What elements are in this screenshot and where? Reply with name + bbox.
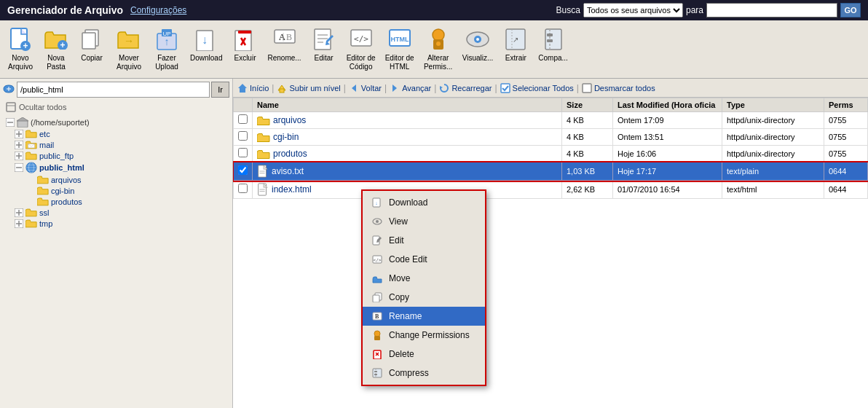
row-size: 4 KB: [562, 129, 613, 146]
tree-item-public-html[interactable]: public_html: [15, 161, 229, 174]
download-button[interactable]: ↓ Download: [186, 23, 226, 65]
tree-cgi-bin-label[interactable]: cgi-bin: [51, 187, 74, 195]
perms-ctx-icon: [371, 329, 383, 341]
novo-arquivo-button[interactable]: + NovoArquivo: [3, 23, 38, 74]
rename-icon: AB: [272, 26, 298, 52]
excluir-button[interactable]: Excluir: [227, 23, 262, 65]
tree-item-produtos[interactable]: produtos: [26, 196, 229, 207]
alterar-permis-button[interactable]: AlterarPermis...: [419, 23, 457, 74]
row-checkbox[interactable]: [238, 131, 248, 141]
code-edit-ctx-icon: </>: [371, 254, 383, 265]
fazer-upload-button[interactable]: ↑UP FazerUpload: [149, 23, 185, 74]
ctx-delete-item[interactable]: Delete: [363, 345, 485, 364]
tree-item-public-html-label[interactable]: public_html: [39, 163, 84, 172]
config-link[interactable]: Configurações: [130, 5, 186, 15]
row-checkbox[interactable]: [238, 114, 248, 124]
file-link[interactable]: produtos: [257, 149, 557, 160]
ctx-view-item[interactable]: View: [363, 212, 485, 231]
tree-item-ssl-label[interactable]: ssl: [39, 208, 49, 217]
ctx-code-edit-label: Code Edit: [389, 254, 427, 264]
ctx-compress-item[interactable]: Compress: [363, 364, 485, 382]
svg-text:→: →: [124, 35, 134, 47]
visualizar-button[interactable]: Visualiz...: [458, 23, 498, 65]
nav-sep1: |: [272, 83, 274, 93]
copiar-button[interactable]: Copiar: [74, 23, 109, 65]
hide-all-toggle[interactable]: Ocultar todos: [6, 102, 229, 112]
mover-arquivo-label: MoverArquivo: [117, 54, 141, 71]
tree-item-ssl[interactable]: ssl: [15, 207, 229, 218]
renomear-button[interactable]: AB Renome...: [263, 23, 305, 65]
col-check-header: [234, 98, 253, 112]
file-tree: (/home/suportet) etc mail: [3, 117, 229, 229]
subir-label: Subir um nível: [289, 84, 340, 93]
row-type: httpd/unix-directory: [722, 129, 824, 146]
svg-marker-75: [238, 84, 247, 93]
search-input[interactable]: [706, 3, 837, 17]
ctx-code-edit-item[interactable]: </> Code Edit: [363, 250, 485, 269]
tree-item-tmp-label[interactable]: tmp: [39, 219, 52, 228]
desmarcar-todos-button[interactable]: Desmarcar todos: [582, 83, 655, 93]
tree-item-mail-label[interactable]: mail: [39, 141, 54, 149]
tree-item-etc-label[interactable]: etc: [39, 130, 50, 138]
col-perms-header[interactable]: Perms: [824, 98, 868, 112]
tree-item-mail[interactable]: mail: [15, 139, 229, 150]
voltar-button[interactable]: Voltar: [349, 83, 382, 93]
ctx-move-item[interactable]: Move: [363, 269, 485, 288]
extrair-button[interactable]: ↗ Extrair: [498, 23, 533, 65]
tree-root-label: (/home/suportet): [31, 118, 90, 127]
selecionar-todos-button[interactable]: Selecionar Todos: [500, 83, 574, 93]
excluir-label: Excluir: [234, 54, 256, 62]
search-para-label: para: [686, 5, 703, 15]
search-go-button[interactable]: GO: [840, 3, 861, 17]
ctx-change-perms-item[interactable]: Change Permissions: [363, 326, 485, 345]
tree-root-item[interactable]: (/home/suportet): [6, 117, 229, 128]
tree-plus-icon: [15, 152, 23, 160]
col-modified-header[interactable]: Last Modified (Hora oficia: [613, 98, 722, 112]
tree-plus-icon: [15, 130, 23, 138]
file-link[interactable]: arquivos: [257, 115, 557, 126]
subir-button[interactable]: Subir um nível: [277, 83, 340, 93]
nova-pasta-button[interactable]: + NovaPasta: [39, 23, 74, 74]
search-scope-select[interactable]: Todos os seus arquivos: [583, 3, 683, 17]
tree-item-public-ftp[interactable]: public_ftp: [15, 150, 229, 161]
tree-item-arquivos[interactable]: arquivos: [26, 174, 229, 185]
row-checkbox[interactable]: [238, 165, 248, 175]
ctx-edit-item[interactable]: Edit: [363, 231, 485, 250]
ctx-rename-item[interactable]: B Rename: [363, 307, 485, 326]
path-go-button[interactable]: Ir: [211, 82, 229, 98]
tree-item-cgi-bin[interactable]: cgi-bin: [26, 185, 229, 196]
ctx-edit-label: Edit: [389, 235, 404, 246]
row-modified: Ontem 13:51: [613, 129, 722, 146]
editor-html-button[interactable]: HTML Editor deHTML: [381, 23, 419, 74]
compactar-button[interactable]: Compa...: [534, 23, 572, 65]
editar-button[interactable]: Editar: [307, 23, 342, 65]
delete-ctx-icon: [371, 348, 383, 360]
recarregar-button[interactable]: Recarregar: [439, 83, 492, 93]
tree-item-tmp[interactable]: tmp: [15, 218, 229, 229]
row-checkbox[interactable]: [238, 148, 248, 157]
col-type-header[interactable]: Type: [722, 98, 824, 112]
toolbar: + NovoArquivo + NovaPasta Copiar → Mover…: [0, 20, 868, 79]
tree-plus-icon: [15, 141, 23, 149]
col-name-header[interactable]: Name: [253, 98, 562, 112]
col-size-header[interactable]: Size: [562, 98, 613, 112]
row-checkbox[interactable]: [238, 184, 248, 193]
tree-item-public-ftp-label[interactable]: public_ftp: [39, 152, 74, 160]
file-link[interactable]: cgi-bin: [257, 132, 557, 143]
tree-arquivos-label[interactable]: arquivos: [51, 176, 82, 184]
avancar-button[interactable]: Avançar: [390, 83, 431, 93]
inicio-button[interactable]: Início: [237, 83, 269, 93]
tree-item-etc[interactable]: etc: [15, 128, 229, 139]
download-icon: ↓: [193, 26, 219, 52]
row-modified: 01/07/2010 16:54: [613, 181, 722, 199]
ctx-compress-label: Compress: [389, 368, 429, 378]
editor-codigo-button[interactable]: </> Editor deCódigo: [342, 23, 380, 74]
ctx-copy-item[interactable]: Copy: [363, 288, 485, 307]
tree-produtos-label[interactable]: produtos: [51, 197, 82, 206]
voltar-label: Voltar: [361, 84, 382, 93]
path-input[interactable]: [17, 82, 210, 98]
tree-children-root: etc mail public_ftp: [15, 128, 229, 229]
ctx-download-item[interactable]: ↓ Download: [363, 193, 485, 212]
file-link[interactable]: aviso.txt: [257, 165, 557, 178]
mover-arquivo-button[interactable]: → MoverArquivo: [110, 23, 148, 74]
